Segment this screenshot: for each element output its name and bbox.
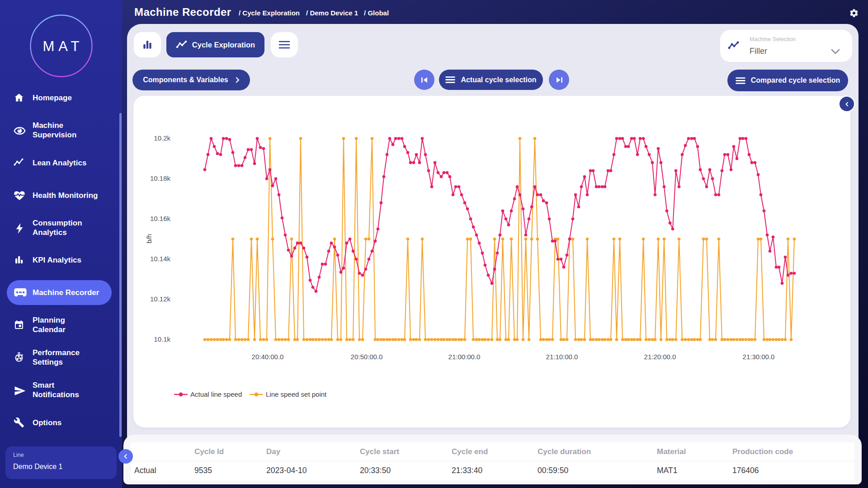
svg-text:Line speed set point: Line speed set point — [266, 390, 327, 398]
svg-text:21:10:00.0: 21:10:00.0 — [546, 353, 578, 361]
svg-text:10.18k: 10.18k — [150, 174, 171, 182]
svg-text:b/h: b/h — [145, 234, 153, 244]
svg-text:20:50:00.0: 20:50:00.0 — [351, 353, 383, 361]
svg-text:20:40:00.0: 20:40:00.0 — [252, 353, 284, 361]
svg-text:10.14k: 10.14k — [150, 255, 171, 263]
svg-text:Actual line speed: Actual line speed — [190, 390, 242, 398]
svg-text:21:30:00.0: 21:30:00.0 — [743, 353, 775, 361]
svg-text:10.1k: 10.1k — [154, 335, 170, 343]
svg-text:10.12k: 10.12k — [150, 295, 171, 303]
svg-text:10.16k: 10.16k — [150, 215, 171, 222]
svg-text:10.2k: 10.2k — [154, 134, 170, 142]
svg-text:21:00:00.0: 21:00:00.0 — [448, 353, 481, 361]
svg-text:21:20:00.0: 21:20:00.0 — [644, 353, 676, 361]
